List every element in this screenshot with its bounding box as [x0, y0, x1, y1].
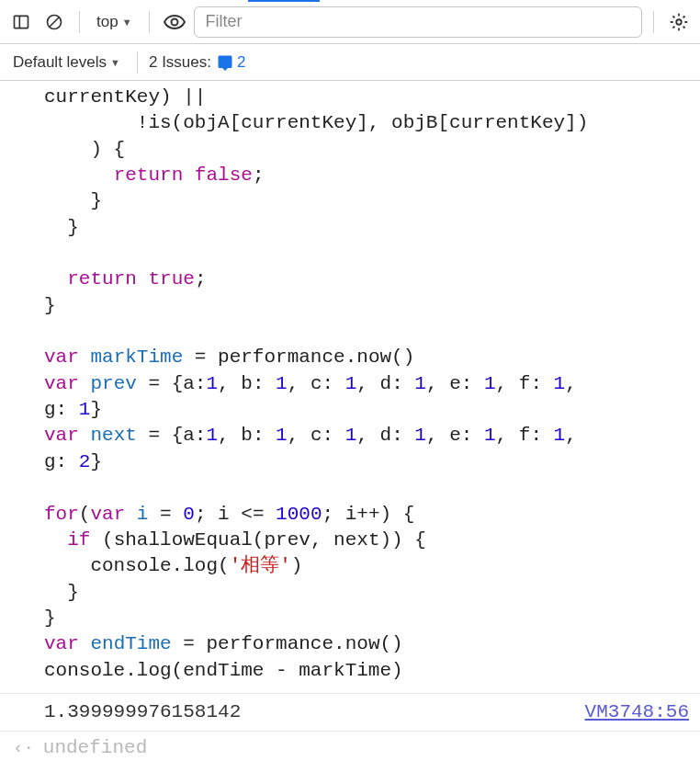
- issues-badge: 2: [217, 53, 245, 72]
- console-subbar: Default levels ▼ 2 Issues: 2: [0, 44, 700, 81]
- issues-count: 2: [237, 53, 245, 72]
- result-value: undefined: [43, 735, 147, 761]
- levels-label: Default levels: [13, 53, 107, 72]
- chevron-down-icon: ▼: [110, 57, 120, 68]
- console-log-output: 1.399999976158142 VM3748:56: [0, 693, 700, 732]
- svg-point-5: [676, 19, 682, 25]
- divider: [149, 11, 150, 33]
- issues-label: 2 Issues:: [149, 53, 211, 72]
- console-input-code[interactable]: currentKey) || !is(objA[currentKey], obj…: [0, 85, 700, 693]
- issues-indicator[interactable]: 2 Issues: 2: [149, 53, 246, 72]
- divider: [653, 11, 654, 33]
- active-tab-indicator: [248, 0, 320, 2]
- filter-input[interactable]: [194, 6, 642, 38]
- svg-line-3: [50, 17, 59, 27]
- console-toolbar: top ▼: [0, 0, 700, 44]
- toggle-sidebar-button[interactable]: [7, 8, 35, 36]
- live-expressions-button[interactable]: [161, 8, 188, 36]
- log-value: 1.399999976158142: [44, 699, 241, 725]
- chevron-down-icon: ▼: [122, 17, 132, 28]
- log-levels-selector[interactable]: Default levels ▼: [7, 51, 126, 74]
- clear-console-button[interactable]: [40, 8, 68, 36]
- console-body: currentKey) || !is(objA[currentKey], obj…: [0, 81, 700, 761]
- divider: [79, 11, 80, 33]
- context-label: top: [96, 13, 119, 31]
- divider: [137, 51, 138, 74]
- svg-rect-0: [15, 16, 28, 28]
- source-link[interactable]: VM3748:56: [585, 699, 689, 725]
- execution-context-selector[interactable]: top ▼: [91, 11, 138, 33]
- console-settings-button[interactable]: [665, 8, 693, 36]
- result-arrow-icon: ‹·: [13, 737, 34, 761]
- svg-point-4: [171, 18, 177, 25]
- console-result-row: ‹· undefined: [0, 732, 700, 761]
